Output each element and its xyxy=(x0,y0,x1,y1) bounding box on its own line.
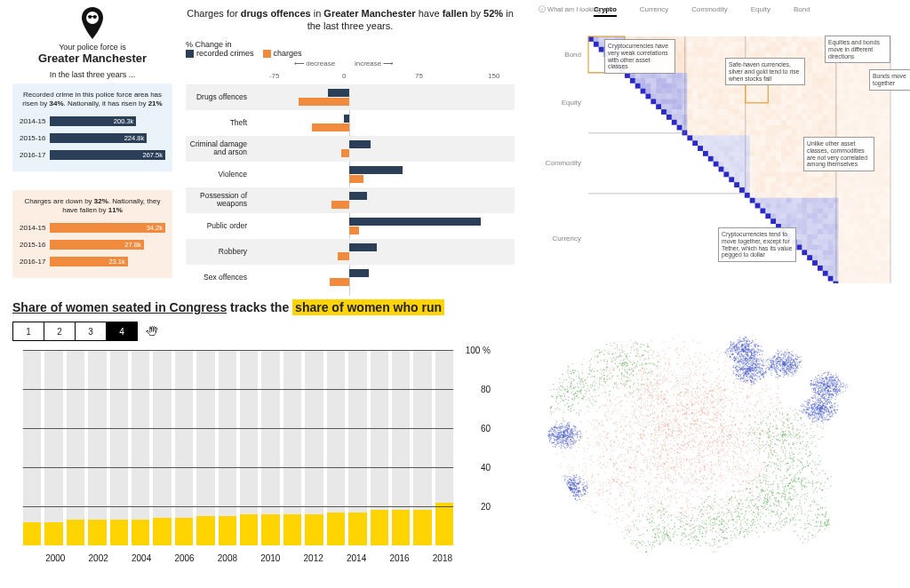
svg-point-3502 xyxy=(840,540,841,541)
svg-point-9435 xyxy=(611,460,611,461)
svg-point-6964 xyxy=(736,447,737,448)
svg-point-9874 xyxy=(725,504,726,505)
svg-point-9251 xyxy=(684,482,685,483)
diverging-bar xyxy=(331,201,349,209)
heatmap-tab-currency[interactable]: Currency xyxy=(640,5,668,17)
svg-point-3530 xyxy=(826,497,826,497)
svg-point-6367 xyxy=(716,519,717,520)
heatmap-tab-commodity[interactable]: Commodity xyxy=(691,5,727,17)
svg-rect-633 xyxy=(651,99,656,104)
svg-point-8554 xyxy=(683,484,684,485)
svg-point-8398 xyxy=(643,373,643,374)
svg-rect-1204 xyxy=(818,171,823,177)
heatmap-tab-equity[interactable]: Equity xyxy=(751,5,770,17)
svg-point-5543 xyxy=(571,493,571,494)
svg-point-10066 xyxy=(785,498,786,499)
svg-point-7808 xyxy=(666,414,667,415)
svg-point-7301 xyxy=(681,367,682,368)
svg-point-7321 xyxy=(688,362,689,362)
pager-button-2[interactable]: 2 xyxy=(44,322,76,341)
heatmap-hint[interactable]: ⓘ What am I looking at? xyxy=(539,5,612,14)
svg-rect-248 xyxy=(708,57,714,62)
svg-point-7043 xyxy=(673,405,674,406)
svg-rect-489 xyxy=(635,83,641,89)
svg-point-3452 xyxy=(842,540,843,541)
svg-point-2902 xyxy=(775,377,776,377)
svg-point-6039 xyxy=(665,508,666,509)
svg-point-5978 xyxy=(664,530,665,531)
heatmap-tab-bond[interactable]: Bond xyxy=(794,5,810,17)
svg-point-10046 xyxy=(752,505,753,505)
svg-point-5922 xyxy=(578,482,579,483)
svg-point-9345 xyxy=(619,495,620,496)
svg-point-6227 xyxy=(724,513,725,514)
pager-button-1[interactable]: 1 xyxy=(12,322,44,341)
svg-point-4687 xyxy=(635,382,635,383)
svg-point-9042 xyxy=(670,452,671,453)
svg-point-3104 xyxy=(776,475,777,476)
svg-point-4664 xyxy=(603,369,604,370)
svg-point-8254 xyxy=(589,408,590,409)
svg-point-7082 xyxy=(739,410,740,411)
svg-rect-1619 xyxy=(870,266,875,271)
svg-point-4930 xyxy=(556,389,557,390)
svg-point-6627 xyxy=(608,411,609,412)
svg-point-2052 xyxy=(816,377,817,378)
svg-point-6028 xyxy=(648,543,649,544)
svg-point-7866 xyxy=(706,431,706,432)
svg-rect-43 xyxy=(796,36,802,42)
svg-point-7899 xyxy=(741,490,742,491)
svg-point-9011 xyxy=(680,513,681,513)
svg-point-7910 xyxy=(721,429,722,430)
svg-point-7697 xyxy=(699,473,700,473)
svg-point-6066 xyxy=(657,528,658,529)
svg-point-4368 xyxy=(746,361,746,362)
pager-button-4[interactable]: 4 xyxy=(106,322,138,341)
svg-rect-872 xyxy=(776,125,781,131)
svg-point-7351 xyxy=(660,372,661,373)
svg-point-8803 xyxy=(709,471,710,472)
svg-point-6734 xyxy=(628,378,629,379)
svg-point-9243 xyxy=(608,498,609,499)
svg-point-7731 xyxy=(722,428,722,429)
svg-point-10030 xyxy=(767,497,768,497)
svg-rect-948 xyxy=(760,135,765,140)
svg-point-9442 xyxy=(644,511,645,512)
svg-point-8501 xyxy=(692,424,693,425)
svg-point-7053 xyxy=(698,386,698,387)
svg-point-8058 xyxy=(703,408,704,409)
svg-point-6935 xyxy=(688,393,689,393)
svg-point-3052 xyxy=(789,357,790,358)
svg-point-2609 xyxy=(823,404,824,405)
svg-point-3544 xyxy=(837,532,838,533)
pager-button-3[interactable]: 3 xyxy=(75,322,107,341)
svg-point-3576 xyxy=(833,497,834,497)
svg-point-5924 xyxy=(671,520,672,520)
svg-point-9893 xyxy=(742,519,743,520)
svg-point-9836 xyxy=(765,523,766,524)
svg-point-9963 xyxy=(786,489,787,490)
svg-point-8038 xyxy=(659,383,660,384)
svg-point-7320 xyxy=(727,400,728,401)
svg-point-8775 xyxy=(706,527,707,528)
svg-point-6198 xyxy=(722,532,722,533)
svg-point-5337 xyxy=(580,432,581,433)
audio-icon[interactable]: 🖑 xyxy=(146,324,158,338)
svg-point-9446 xyxy=(616,430,617,431)
svg-point-4619 xyxy=(647,344,648,345)
svg-point-9995 xyxy=(781,497,782,497)
svg-point-6771 xyxy=(596,420,597,421)
svg-point-9996 xyxy=(770,516,771,517)
svg-rect-763 xyxy=(865,109,870,115)
svg-point-8202 xyxy=(672,374,673,375)
svg-point-3065 xyxy=(774,367,775,368)
svg-rect-1027 xyxy=(781,146,786,151)
svg-point-2668 xyxy=(779,351,780,352)
svg-point-8997 xyxy=(691,518,692,519)
svg-point-2983 xyxy=(791,369,792,370)
svg-point-8970 xyxy=(700,471,701,472)
svg-point-8759 xyxy=(750,473,751,474)
svg-point-4123 xyxy=(745,366,746,367)
svg-point-8022 xyxy=(633,344,634,345)
svg-rect-1215 xyxy=(874,171,880,177)
